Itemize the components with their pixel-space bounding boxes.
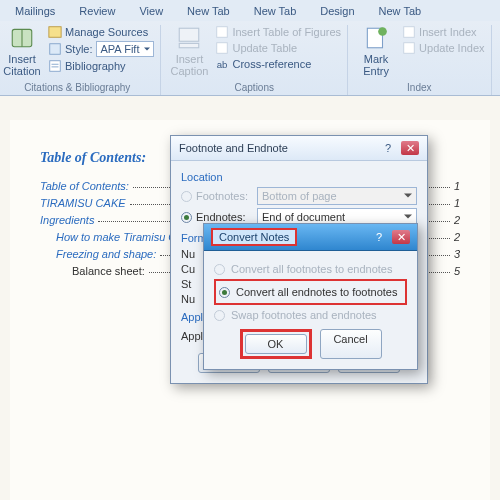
group-citations: Insert Citation Manage Sources Style:APA… [0,25,161,95]
toc-label: Ingredients [40,214,94,226]
tab-newtab-1[interactable]: New Tab [176,0,241,21]
insert-index-label: Insert Index [419,26,476,38]
mark-entry-icon [363,25,389,51]
group-captions-label: Captions [235,82,274,95]
toc-page: 5 [454,265,460,277]
ribbon-tools: Insert Citation Manage Sources Style:APA… [0,21,500,95]
crossref-icon: ab [215,57,229,71]
insert-caption-label: Insert Caption [167,53,211,77]
style-label: Style: [65,43,93,55]
bibliography-icon [48,59,62,73]
cancel-button[interactable]: Cancel [320,329,382,359]
svg-rect-14 [404,27,415,38]
opt1-label: Convert all footnotes to endnotes [231,263,392,275]
opt2-label: Convert all endnotes to footnotes [236,286,397,298]
update-index-icon [402,41,416,55]
format-label: Nu [181,293,195,305]
crossref-label: Cross-reference [232,58,311,70]
caption-icon [176,25,202,51]
insert-citation-label: Insert Citation [0,53,44,77]
toc-page: 1 [454,197,460,209]
insert-index-button[interactable]: Insert Index [402,25,484,39]
svg-rect-9 [217,27,228,38]
ok-button[interactable]: OK [245,334,307,354]
footnotes-label: Footnotes: [196,190,248,202]
tof-icon [215,25,229,39]
radio-opt2[interactable] [219,287,230,298]
footnotes-select[interactable]: Bottom of page [257,187,417,205]
help-icon[interactable]: ? [370,230,388,244]
group-captions: Insert Caption Insert Table of Figures U… [161,25,348,95]
format-label: St [181,278,191,290]
tab-review[interactable]: Review [68,0,126,21]
manage-sources-button[interactable]: Manage Sources [48,25,154,39]
endnotes-radio[interactable] [181,212,192,223]
cross-reference-button[interactable]: abCross-reference [215,57,341,71]
bibliography-label: Bibliography [65,60,126,72]
update-icon [215,41,229,55]
toc-label: How to make Tiramisu C [56,231,176,243]
dialog2-titlebar[interactable]: Convert Notes ? ✕ [204,224,417,251]
opt3-label: Swap footnotes and endnotes [231,309,377,321]
opt-foot-to-end: Convert all footnotes to endnotes [214,263,407,275]
group-citations-label: Citations & Bibliography [24,82,130,95]
ribbon-tabs: Mailings Review View New Tab New Tab Des… [0,0,500,21]
convert-notes-dialog: Convert Notes ? ✕ Convert all footnotes … [203,223,418,370]
svg-text:ab: ab [217,59,228,70]
group-toa: Mark Citation Insert Table Update Table … [492,25,500,95]
update-index-button[interactable]: Update Index [402,41,484,55]
toc-page: 2 [454,214,460,226]
highlight-ok: OK [240,329,312,359]
tab-mailings[interactable]: Mailings [4,0,66,21]
update-tof-button[interactable]: Update Table [215,41,341,55]
insert-tof-button[interactable]: Insert Table of Figures [215,25,341,39]
book-icon [9,25,35,51]
group-index: Mark Entry Insert Index Update Index Ind… [348,25,491,95]
help-icon[interactable]: ? [379,141,397,155]
style-select-row: Style:APA Fift [48,41,154,57]
svg-rect-8 [180,43,200,47]
ribbon: Mailings Review View New Tab New Tab Des… [0,0,500,96]
endnotes-label: Endnotes: [196,211,246,223]
bibliography-button[interactable]: Bibliography [48,59,154,73]
toc-label: TIRAMISU CAKE [40,197,126,209]
dialog2-title: Convert Notes [211,228,297,246]
dialog-titlebar[interactable]: Footnote and Endnote ? ✕ [171,136,427,161]
update-tof-label: Update Table [232,42,297,54]
radio-opt1[interactable] [214,264,225,275]
toc-page: 2 [454,231,460,243]
toc-label: Balance sheet: [72,265,145,277]
close-icon[interactable]: ✕ [392,230,410,244]
update-index-label: Update Index [419,42,484,54]
footnotes-radio[interactable] [181,191,192,202]
footnotes-row: Footnotes: Bottom of page [181,187,417,205]
tab-view[interactable]: View [128,0,174,21]
close-icon[interactable]: ✕ [401,141,419,155]
toc-page: 3 [454,248,460,260]
highlight-opt2: Convert all endnotes to footnotes [214,279,407,305]
format-label: Cu [181,263,195,275]
style-select[interactable]: APA Fift [96,41,155,57]
svg-rect-7 [180,28,200,41]
svg-point-13 [378,27,387,36]
manage-sources-icon [48,25,62,39]
svg-rect-10 [217,43,228,54]
mark-entry-button[interactable]: Mark Entry [354,25,398,77]
tof-label: Insert Table of Figures [232,26,341,38]
style-icon [48,42,62,56]
tab-design[interactable]: Design [309,0,365,21]
insert-citation-button[interactable]: Insert Citation [0,25,44,77]
toc-label: Freezing and shape: [56,248,156,260]
insert-caption-button[interactable]: Insert Caption [167,25,211,77]
dialog-title: Footnote and Endnote [179,142,288,154]
radio-opt3[interactable] [214,310,225,321]
tab-newtab-3[interactable]: New Tab [368,0,433,21]
svg-rect-4 [50,61,61,72]
tab-newtab-2[interactable]: New Tab [243,0,308,21]
svg-rect-3 [50,44,61,55]
location-heading: Location [181,171,417,183]
svg-rect-2 [49,27,61,38]
svg-rect-15 [404,43,415,54]
opt-end-to-foot: Convert all endnotes to footnotes [219,286,402,298]
opt-swap: Swap footnotes and endnotes [214,309,407,321]
